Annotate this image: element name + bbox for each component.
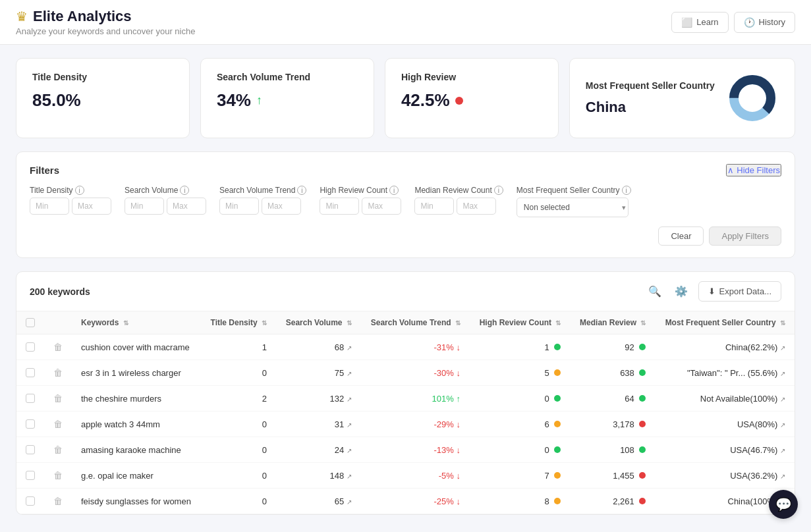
filters-header: Filters ∧ Hide Filters xyxy=(30,164,781,176)
svt-cell: -31% ↓ xyxy=(361,334,470,360)
row-checkbox[interactable] xyxy=(26,445,35,454)
sort-icon[interactable]: ⇅ xyxy=(555,319,561,327)
filters-panel: Filters ∧ Hide Filters Title Density i xyxy=(16,151,795,258)
high-review-card: High Review 42.5% xyxy=(385,58,559,138)
delete-icon[interactable]: 🗑 xyxy=(53,393,63,404)
country-cell: USA(46.7%) ↗ xyxy=(655,437,795,463)
delete-icon[interactable]: 🗑 xyxy=(53,470,63,481)
keyword-cell: the cheshire murders xyxy=(72,386,201,412)
median-cell: 108 xyxy=(570,437,655,463)
settings-button[interactable]: ⚙️ xyxy=(672,282,690,300)
row-checkbox[interactable] xyxy=(26,394,35,403)
chart-icon: ↗ xyxy=(347,370,352,377)
row-delete-cell: 🗑 xyxy=(44,489,72,514)
info-icon: i xyxy=(494,186,503,195)
delete-icon[interactable]: 🗑 xyxy=(53,342,63,352)
country-select[interactable]: Non selected China USA Taiwan Not Availa… xyxy=(517,198,629,217)
row-checkbox[interactable] xyxy=(26,342,35,352)
red-dot-icon xyxy=(455,97,463,105)
svt-min[interactable] xyxy=(219,198,259,215)
keyword-cell: g.e. opal ice maker xyxy=(72,463,201,489)
row-checkbox[interactable] xyxy=(26,496,35,506)
external-link-icon: ↗ xyxy=(780,370,785,377)
info-icon: i xyxy=(180,186,189,195)
hrc-dot xyxy=(554,446,561,453)
row-checkbox[interactable] xyxy=(26,471,35,480)
title-density-cell: 0 xyxy=(201,463,276,489)
search-volume-cell: 65 ↗ xyxy=(276,489,361,514)
keyword-cell: amasing karaoke machine xyxy=(72,437,201,463)
sort-icon[interactable]: ⇅ xyxy=(123,319,128,327)
info-icon: i xyxy=(622,186,631,195)
mrc-min[interactable] xyxy=(414,198,454,215)
chat-bubble[interactable]: 💬 xyxy=(769,490,798,519)
row-delete-cell: 🗑 xyxy=(44,412,72,437)
keyword-cell: apple watch 3 44mm xyxy=(72,412,201,437)
svt-filter: Search Volume Trend i xyxy=(219,186,306,215)
svt-max[interactable] xyxy=(262,198,301,215)
hrc-dot xyxy=(554,344,561,350)
median-dot xyxy=(639,498,646,504)
row-checkbox[interactable] xyxy=(26,419,35,429)
svt-cell: -30% ↓ xyxy=(361,360,470,386)
high-review-value: 42.5% xyxy=(401,90,542,111)
clear-button[interactable]: Clear xyxy=(658,226,704,246)
title-density-cell: 2 xyxy=(201,386,276,412)
search-volume-cell: 75 ↗ xyxy=(276,360,361,386)
row-checkbox-cell xyxy=(16,360,44,386)
hrc-min[interactable] xyxy=(320,198,359,215)
median-dot xyxy=(639,395,646,402)
median-cell: 2,261 xyxy=(570,489,655,514)
table-row: 🗑 the cheshire murders 2 132 ↗ 101% ↑ 0 … xyxy=(16,386,795,412)
select-all-checkbox[interactable] xyxy=(26,318,35,327)
table-row: 🗑 cushion cover with macrame 1 68 ↗ -31%… xyxy=(16,334,795,360)
sort-icon[interactable]: ⇅ xyxy=(780,319,785,327)
search-button[interactable]: 🔍 xyxy=(646,282,664,300)
sort-icon[interactable]: ⇅ xyxy=(262,319,267,327)
mfsc-col-header: Most Frequent Seller Country ⇅ xyxy=(655,311,795,334)
delete-icon[interactable]: 🗑 xyxy=(53,444,63,455)
hrc-cell: 7 xyxy=(470,463,570,489)
sort-icon[interactable]: ⇅ xyxy=(640,319,646,327)
chart-icon: ↗ xyxy=(347,473,352,480)
sort-icon[interactable]: ⇅ xyxy=(347,319,352,327)
chart-icon: ↗ xyxy=(347,498,352,506)
delete-icon[interactable]: 🗑 xyxy=(53,496,63,506)
donut-svg xyxy=(726,72,779,124)
row-checkbox[interactable] xyxy=(26,368,35,377)
hrc-dot xyxy=(554,395,561,402)
seller-country-value: China xyxy=(586,99,715,116)
title-density-min[interactable] xyxy=(30,198,69,215)
title-density-cell: 0 xyxy=(201,412,276,437)
delete-icon[interactable]: 🗑 xyxy=(53,419,63,429)
hrc-max[interactable] xyxy=(362,198,401,215)
hrc-cell: 8 xyxy=(470,489,570,514)
keywords-table: Keywords ⇅ Title Density ⇅ Search Volume… xyxy=(16,311,795,514)
search-volume-cell: 24 ↗ xyxy=(276,437,361,463)
hrc-dot xyxy=(554,369,561,376)
row-delete-cell: 🗑 xyxy=(44,437,72,463)
row-delete-cell: 🗑 xyxy=(44,386,72,412)
external-link-icon: ↗ xyxy=(780,344,785,352)
svt-col-header: Search Volume Trend ⇅ xyxy=(361,311,470,334)
mrc-max[interactable] xyxy=(457,198,496,215)
delete-icon[interactable]: 🗑 xyxy=(53,367,63,378)
high-review-label: High Review xyxy=(401,72,542,82)
search-volume-min[interactable] xyxy=(125,198,164,215)
search-volume-max[interactable] xyxy=(167,198,206,215)
title-density-cell: 0 xyxy=(201,360,276,386)
apply-filters-button[interactable]: Apply Filters xyxy=(709,226,781,246)
trend-up-icon: ↑ xyxy=(256,93,262,107)
chart-icon: ↗ xyxy=(347,344,352,352)
hide-filters-button[interactable]: ∧ Hide Filters xyxy=(726,164,781,176)
export-button[interactable]: ⬇ Export Data... xyxy=(698,281,781,302)
history-button[interactable]: 🕐 History xyxy=(734,12,795,33)
country-cell: China(62.2%) ↗ xyxy=(655,334,795,360)
table-row: 🗑 esr 3 in 1 wireless charger 0 75 ↗ -30… xyxy=(16,360,795,386)
learn-button[interactable]: ⬜ Learn xyxy=(671,12,728,33)
title-density-max[interactable] xyxy=(72,198,111,215)
row-delete-cell: 🗑 xyxy=(44,463,72,489)
sort-icon[interactable]: ⇅ xyxy=(455,319,461,327)
country-cell: USA(36.2%) ↗ xyxy=(655,463,795,489)
keywords-count: 200 keywords xyxy=(30,286,90,297)
